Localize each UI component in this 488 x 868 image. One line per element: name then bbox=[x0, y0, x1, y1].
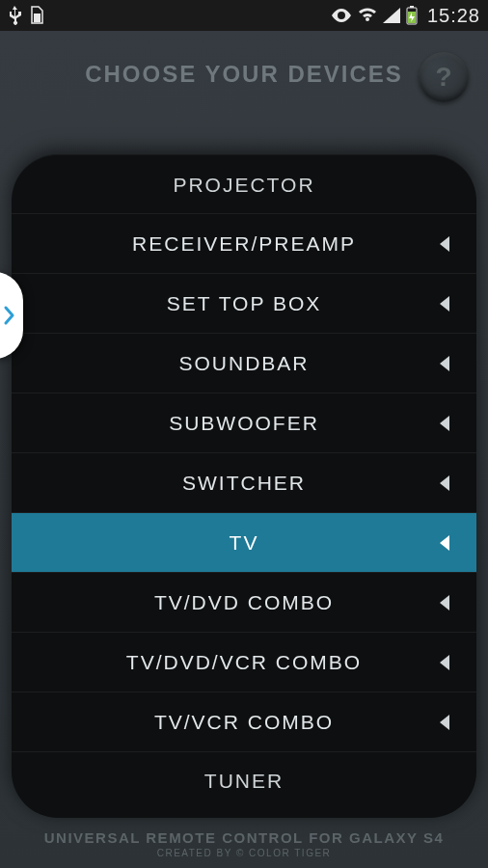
device-row-label: PROJECTOR bbox=[173, 174, 314, 197]
svg-rect-0 bbox=[34, 14, 41, 22]
status-left-icons bbox=[8, 6, 44, 25]
device-row-label: SOUNDBAR bbox=[178, 352, 309, 375]
status-right-icons: 15:28 bbox=[331, 5, 480, 27]
device-row[interactable]: TV/VCR COMBO bbox=[12, 692, 476, 752]
device-row[interactable]: SUBWOOFER bbox=[12, 393, 476, 453]
device-row[interactable]: SOUNDBAR bbox=[12, 334, 476, 393]
eye-icon bbox=[331, 9, 352, 22]
chevron-left-icon bbox=[438, 475, 451, 492]
device-row-label: RECEIVER/PREAMP bbox=[132, 232, 356, 256]
device-row[interactable]: TV/DVD/VCR COMBO bbox=[12, 633, 476, 692]
device-row[interactable]: SET TOP BOX bbox=[12, 274, 476, 334]
header: CHOOSE YOUR DEVICES ? bbox=[0, 31, 488, 118]
footer-app-name: UNIVERSAL REMOTE CONTROL FOR GALAXY S4 bbox=[0, 829, 488, 846]
app-screen: CHOOSE YOUR DEVICES ? PROJECTORRECEIVER/… bbox=[0, 31, 488, 868]
device-row-label: SET TOP BOX bbox=[167, 292, 322, 315]
chevron-right-icon bbox=[2, 304, 15, 327]
status-clock: 15:28 bbox=[427, 5, 480, 27]
usb-icon bbox=[8, 6, 21, 25]
device-row[interactable]: TV bbox=[12, 513, 476, 573]
chevron-left-icon bbox=[438, 534, 451, 552]
help-button[interactable]: ? bbox=[419, 52, 469, 102]
device-row-label: SUBWOOFER bbox=[169, 412, 319, 435]
device-list[interactable]: PROJECTORRECEIVER/PREAMPSET TOP BOXSOUND… bbox=[12, 154, 476, 795]
svg-rect-3 bbox=[410, 6, 414, 8]
device-list-sheet: PROJECTORRECEIVER/PREAMPSET TOP BOXSOUND… bbox=[12, 154, 476, 818]
device-row[interactable]: SWITCHER bbox=[12, 453, 476, 513]
device-row-label: TUNER bbox=[204, 770, 284, 793]
sim-icon bbox=[29, 6, 44, 25]
chevron-left-icon bbox=[438, 235, 451, 253]
footer: UNIVERSAL REMOTE CONTROL FOR GALAXY S4 C… bbox=[0, 829, 488, 858]
device-row-label: TV bbox=[230, 531, 259, 555]
chevron-left-icon bbox=[438, 295, 451, 312]
battery-charging-icon bbox=[406, 6, 418, 25]
device-row-label: TV/VCR COMBO bbox=[154, 711, 334, 734]
device-row-label: TV/DVD COMBO bbox=[154, 591, 334, 614]
android-status-bar: 15:28 bbox=[0, 0, 488, 31]
chevron-left-icon bbox=[438, 415, 451, 432]
device-row[interactable]: PROJECTOR bbox=[12, 172, 476, 214]
chevron-left-icon bbox=[438, 714, 451, 731]
wifi-icon bbox=[358, 8, 377, 23]
svg-point-1 bbox=[339, 14, 343, 17]
signal-icon bbox=[383, 8, 400, 23]
chevron-left-icon bbox=[438, 654, 451, 671]
help-icon: ? bbox=[435, 62, 451, 93]
page-title: CHOOSE YOUR DEVICES bbox=[85, 61, 403, 88]
device-row[interactable]: TV/DVD COMBO bbox=[12, 573, 476, 633]
device-row-label: TV/DVD/VCR COMBO bbox=[126, 651, 362, 674]
footer-credit: CREATED BY © COLOR TIGER bbox=[0, 848, 488, 858]
chevron-left-icon bbox=[438, 355, 451, 372]
device-row-label: SWITCHER bbox=[182, 472, 306, 495]
device-row[interactable]: RECEIVER/PREAMP bbox=[12, 214, 476, 274]
chevron-left-icon bbox=[438, 594, 451, 611]
device-row[interactable]: TUNER bbox=[12, 752, 476, 795]
